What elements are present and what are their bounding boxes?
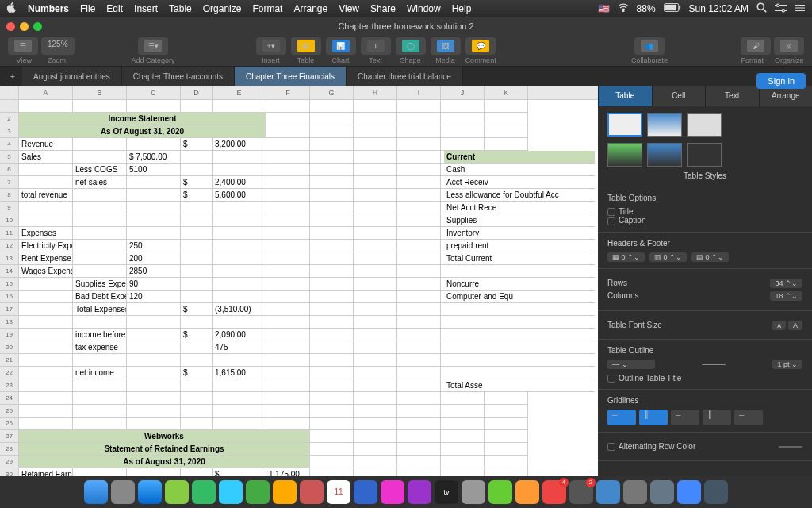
table-row[interactable]: 30Retained Earnings, June 1$1,175.00 <box>0 468 598 476</box>
signin-button[interactable]: Sign in <box>756 73 806 89</box>
cols-stepper[interactable]: 18 ⌃⌄ <box>770 291 802 301</box>
font-larger-button[interactable]: A <box>788 321 802 330</box>
gridlines-v-button[interactable]: ║ <box>639 410 668 425</box>
header-rows-stepper[interactable]: ▦ 0 ⌃⌄ <box>607 252 645 262</box>
dock-app[interactable] <box>300 480 324 504</box>
zoom-select[interactable]: 125% <box>41 37 75 55</box>
add-sheet-button[interactable]: + <box>3 67 22 86</box>
sheet-tab-0[interactable]: August journal entries <box>22 67 122 86</box>
dock-tv[interactable]: tv <box>435 480 458 504</box>
chart-button[interactable]: 📊 <box>326 37 356 55</box>
dock-app[interactable] <box>462 480 485 504</box>
gridlines-h-button[interactable]: ═ <box>607 410 636 425</box>
dock-settings[interactable]: 2 <box>569 480 593 504</box>
gridlines-body-h-button[interactable]: ═ <box>671 410 699 425</box>
table-style-thumb[interactable] <box>647 143 682 167</box>
format-button[interactable]: 🖌 <box>741 37 771 55</box>
font-smaller-button[interactable]: ᴀ <box>772 321 786 330</box>
table-row[interactable]: 25 <box>0 405 598 418</box>
notifications-icon[interactable] <box>795 3 806 15</box>
menu-share[interactable]: Share <box>370 3 396 14</box>
menu-window[interactable]: Window <box>407 3 441 14</box>
alt-row-checkbox[interactable] <box>607 443 615 451</box>
inspector-tab-text[interactable]: Text <box>705 86 759 106</box>
spreadsheet[interactable]: AB CD EF GH IJ K 2Income Statement3As Of… <box>0 86 598 476</box>
alt-row-color-well[interactable] <box>779 446 802 448</box>
maximize-icon[interactable] <box>33 22 42 31</box>
outline-title-checkbox[interactable] <box>607 375 615 383</box>
dock-app[interactable] <box>165 480 189 504</box>
wifi-icon[interactable] <box>618 3 629 14</box>
gridlines-footer-button[interactable]: ═ <box>734 410 763 425</box>
dock-app[interactable]: 4 <box>542 480 566 504</box>
dock-app[interactable] <box>354 480 377 504</box>
table-style-thumb[interactable] <box>647 113 682 137</box>
menu-organize[interactable]: Organize <box>203 3 242 14</box>
table-style-thumb[interactable] <box>607 113 642 137</box>
dock-app[interactable] <box>623 480 647 504</box>
outline-style-select[interactable]: — ⌄ <box>607 360 655 369</box>
dock-safari[interactable] <box>138 480 162 504</box>
table-style-thumb[interactable] <box>687 143 722 167</box>
table-row[interactable] <box>0 100 598 113</box>
menu-table[interactable]: Table <box>169 3 192 14</box>
dock-app[interactable] <box>650 480 674 504</box>
dock-messages[interactable] <box>219 480 243 504</box>
apple-icon[interactable] <box>6 2 17 15</box>
menu-insert[interactable]: Insert <box>134 3 158 14</box>
gridlines-body-v-button[interactable]: ║ <box>703 410 731 425</box>
menu-edit[interactable]: Edit <box>106 3 123 14</box>
menu-format[interactable]: Format <box>252 3 282 14</box>
sheet-tab-2[interactable]: Chapter Three Financials <box>235 67 347 86</box>
dock-app[interactable] <box>192 480 216 504</box>
sheet-tab-3[interactable]: Chapter three trial balance <box>347 67 463 86</box>
app-name[interactable]: Numbers <box>28 3 69 14</box>
dock-music[interactable] <box>381 480 404 504</box>
search-icon[interactable] <box>756 2 767 15</box>
clock[interactable]: Sun 12:02 AM <box>689 3 749 14</box>
outline-width-stepper[interactable]: 1 pt ⌄ <box>772 360 802 369</box>
dock-app[interactable] <box>111 480 135 504</box>
table-button[interactable]: ▦ <box>291 37 321 55</box>
menu-file[interactable]: File <box>80 3 95 14</box>
inspector-tab-table[interactable]: Table <box>598 86 652 106</box>
table-style-thumb[interactable] <box>687 113 722 137</box>
table-row[interactable]: 26 <box>0 418 598 430</box>
dock-numbers[interactable] <box>488 480 512 504</box>
dock-app[interactable] <box>273 480 297 504</box>
table-row[interactable]: 4Revenue$3,200.00 <box>0 138 598 151</box>
table-style-thumb[interactable] <box>607 143 642 167</box>
dock-app[interactable] <box>704 480 728 504</box>
collaborate-button[interactable]: 👥 <box>634 37 665 55</box>
menu-arrange[interactable]: Arrange <box>293 3 327 14</box>
view-button[interactable]: ☰ <box>8 37 38 55</box>
footer-rows-stepper[interactable]: ▤ 0 ⌃⌄ <box>691 252 729 262</box>
organize-button[interactable]: ⊚ <box>774 37 804 55</box>
menu-help[interactable]: Help <box>452 3 472 14</box>
comment-button[interactable]: 💬 <box>465 37 496 55</box>
caption-checkbox[interactable] <box>607 217 615 225</box>
flag-icon[interactable]: 🇺🇸 <box>598 3 610 14</box>
table-row[interactable]: 24 <box>0 392 598 405</box>
text-button[interactable]: T <box>361 37 391 55</box>
sheet-tab-1[interactable]: Chapter Three t-accounts <box>122 67 235 86</box>
dock-app[interactable] <box>677 480 701 504</box>
title-checkbox[interactable] <box>607 208 615 216</box>
add-category-button[interactable]: ☰▾ <box>138 37 168 55</box>
rows-stepper[interactable]: 34 ⌃⌄ <box>770 279 802 288</box>
media-button[interactable]: 🖼 <box>431 37 461 55</box>
control-center-icon[interactable] <box>775 3 787 15</box>
shape-button[interactable]: ◯ <box>396 37 426 55</box>
minimize-icon[interactable] <box>20 22 29 31</box>
dock-finder[interactable] <box>84 480 108 504</box>
dock-podcasts[interactable] <box>408 480 431 504</box>
dock-app[interactable] <box>515 480 539 504</box>
menu-view[interactable]: View <box>339 3 359 14</box>
outline-color-well[interactable] <box>702 364 726 365</box>
dock-calendar[interactable]: 11 <box>327 480 350 504</box>
insert-button[interactable]: +▾ <box>256 37 286 55</box>
inspector-tab-cell[interactable]: Cell <box>652 86 706 106</box>
header-cols-stepper[interactable]: ▥ 0 ⌃⌄ <box>649 252 687 262</box>
dock-app[interactable] <box>246 480 270 504</box>
dock-app[interactable] <box>596 480 620 504</box>
